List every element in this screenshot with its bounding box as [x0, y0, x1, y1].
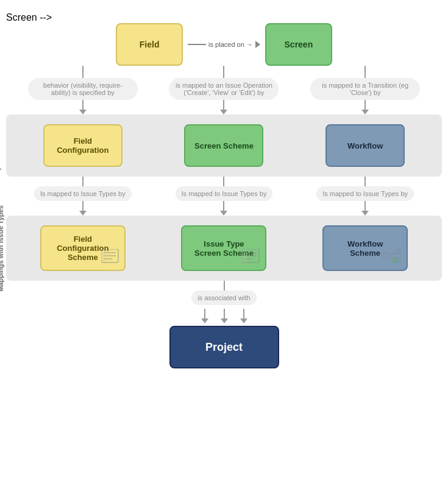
- svg-point-10: [383, 253, 389, 259]
- list-icon-2: [242, 249, 260, 266]
- field-config-node: Field Configuration: [43, 124, 123, 167]
- fc-fcs-desc: Is mapped to Issue Types by: [34, 186, 132, 201]
- diagram-container: Screen --> Field is placed on → Screen: [0, 0, 448, 381]
- mappings-band-label: Mappings with Issue Types: [0, 205, 4, 292]
- is-placed-on-label: is placed on →: [208, 41, 253, 48]
- screen-scheme-node: Screen Scheme: [184, 124, 263, 167]
- svg-point-11: [396, 249, 400, 254]
- workflow-icon: ⚙: [382, 248, 402, 266]
- field-fc-desc: behavior (visibility, require-ability) i…: [28, 78, 138, 100]
- field-node: Field: [116, 23, 183, 66]
- screen-node: Screen: [265, 23, 332, 66]
- associated-with-desc: is associated with: [191, 290, 256, 305]
- svg-line-13: [389, 253, 396, 255]
- screen-ss-desc: is mapped to an Issue Operation ('Create…: [169, 78, 279, 100]
- svg-rect-9: [242, 249, 246, 262]
- ss-itss-desc: Is mapped to Issue Types by: [176, 186, 273, 201]
- groups-band-label: Groups and Associations: [0, 105, 1, 186]
- project-node: Project: [169, 326, 279, 368]
- list-icon: [101, 249, 119, 266]
- svg-rect-4: [101, 249, 105, 262]
- screen-wf-desc: is mapped to a Transition (eg 'Close') b…: [310, 78, 420, 100]
- workflow-node: Workflow: [325, 124, 405, 167]
- wf-wfs-desc: Is mapped to Issue Types by: [316, 186, 414, 201]
- svg-text:⚙: ⚙: [393, 259, 397, 263]
